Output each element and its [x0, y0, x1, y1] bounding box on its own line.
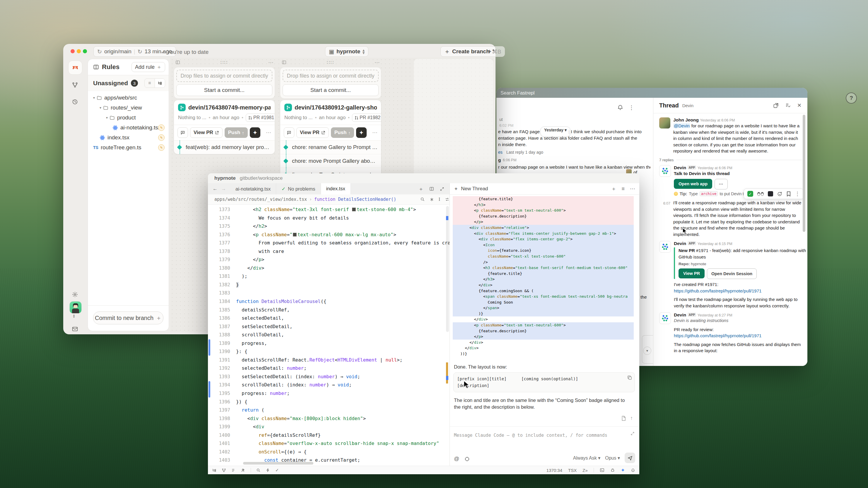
pr-link[interactable]: https://github.com/fastrepl/hyprnote/pul… — [674, 288, 802, 294]
bookmark-icon[interactable] — [786, 191, 791, 196]
permission-mode-select[interactable]: Always Ask ▾ — [573, 455, 600, 461]
more-actions-button[interactable]: ··· — [715, 179, 728, 189]
diff-line-added[interactable]: <div className="relative"> — [453, 225, 634, 231]
devin-avatar[interactable] — [659, 241, 671, 253]
code-line[interactable]: ref={detailsScrollRef} — [236, 431, 445, 440]
code-line[interactable]: From powerful editing to seamless organi… — [236, 239, 445, 247]
cursor-position[interactable]: 1370:34 — [547, 468, 562, 473]
check-reaction-icon[interactable]: ✓ — [747, 191, 753, 197]
code-line[interactable]: ); — [236, 272, 445, 281]
code-line[interactable]: selectedDetail: number; — [236, 364, 445, 373]
new-tab-icon[interactable]: ＋ — [418, 186, 424, 192]
diff-line-added[interactable]: )} — [453, 311, 634, 317]
debug-icon[interactable] — [610, 468, 615, 473]
mention[interactable]: @Devin — [673, 123, 690, 128]
target-icon[interactable] — [464, 456, 470, 462]
diff-line-removed[interactable]: {feature.title} — [453, 196, 634, 202]
zoom-button[interactable] — [83, 49, 87, 53]
rail-history-button[interactable] — [68, 95, 82, 108]
cursor-icon[interactable]: I — [439, 197, 440, 202]
bell-icon[interactable] — [631, 468, 635, 473]
diff-view[interactable]: {feature.title} </h3> <p className="text… — [453, 196, 634, 361]
diff-line-added[interactable]: {feature.comingSoon && ( — [453, 288, 634, 294]
zap-icon[interactable] — [266, 468, 270, 472]
diff-line-added[interactable]: icon={feature.icon} — [453, 248, 634, 254]
scrollbar-thumb[interactable] — [446, 206, 449, 332]
devin-avatar[interactable] — [659, 165, 671, 177]
code-line[interactable]: </div> — [236, 264, 445, 272]
diff-line-context[interactable]: ))} — [453, 351, 634, 357]
diff-line-context[interactable]: </div> — [453, 339, 634, 346]
code-line[interactable]: detailsScrollRef, — [236, 306, 445, 315]
branch-name[interactable]: devin/1764380912-gallery-shortcuts — [294, 104, 377, 111]
code-line[interactable]: We focus on every bit of details — [236, 214, 445, 223]
message-author[interactable]: Devin — [674, 165, 686, 170]
indent-mode[interactable]: Z» — [583, 468, 588, 473]
diff-line-added[interactable]: </p> — [453, 334, 634, 339]
popout-icon[interactable] — [773, 103, 779, 108]
code-line[interactable]: setSelectedDetail: (index: number) ⇒ voi… — [236, 373, 445, 381]
code-line[interactable]: className="overflow-x-auto scrollbar-hid… — [236, 440, 445, 448]
diff-line-added[interactable]: </span> — [453, 305, 634, 311]
scroll-to-latest-button[interactable]: ▾ — [643, 347, 651, 355]
code-line[interactable]: }) { — [236, 398, 445, 406]
code-line[interactable]: }: { — [236, 348, 445, 356]
search-icon[interactable] — [256, 468, 260, 473]
thread-list-icon[interactable]: ≡ — [621, 186, 625, 192]
thread-scrollbar-thumb[interactable] — [803, 115, 805, 232]
chat-input[interactable]: Message Claude Code — @ to include conte… — [454, 433, 608, 438]
outline-icon[interactable] — [212, 468, 216, 473]
view-pr-button[interactable]: View PR — [190, 127, 223, 138]
code-line[interactable]: scrollToDetail: (index: number) ⇒ void; — [236, 381, 445, 389]
code-line[interactable]: <div — [236, 423, 445, 431]
ai-sparkle-icon[interactable]: ✦ — [621, 467, 625, 474]
chat-more-icon[interactable]: ⋯ — [630, 186, 635, 192]
send-button[interactable] — [625, 453, 635, 463]
swap-icon[interactable] — [445, 197, 450, 202]
collapse-lane-icon[interactable] — [282, 60, 286, 65]
help-button[interactable]: ? — [846, 93, 857, 104]
review-comment-button[interactable] — [178, 127, 188, 138]
diff-line-removed[interactable]: {feature.description} — [453, 214, 634, 219]
user-avatar[interactable] — [69, 301, 82, 314]
tree-item-apps-web-src[interactable]: ▾apps/web/src — [88, 93, 169, 103]
ai-actions-button[interactable]: ✦ — [250, 127, 260, 138]
add-reaction-icon[interactable] — [777, 191, 782, 196]
message-timestamp[interactable]: 6:07 — [663, 201, 670, 205]
diff-line-added[interactable]: <p className="text-sm text-neutral-600"> — [453, 322, 634, 328]
nav-forward-icon[interactable]: → — [220, 186, 230, 192]
breadcrumb-symbol[interactable]: DetailsSectionHeader() — [338, 197, 396, 202]
account-switcher-chevrons[interactable]: ▲▼ — [73, 314, 75, 318]
minimize-button[interactable] — [77, 49, 81, 53]
commit-row[interactable]: chore: move Prompt Gallery above Workflo… — [280, 154, 381, 168]
code-line[interactable]: </h2> — [236, 222, 445, 231]
date-jump-pill[interactable]: Yesterday ▾ — [540, 127, 570, 137]
code-line[interactable]: function DetailsMobileCarousel({ — [236, 297, 445, 306]
diff-line-removed[interactable]: <p className="text-sm text-neutral-600"> — [453, 207, 634, 214]
code-line[interactable]: return ( — [236, 406, 445, 415]
collapse-lane-icon[interactable] — [176, 60, 180, 65]
canvas-icon[interactable] — [785, 103, 791, 108]
drag-handle[interactable]: ∷∷ — [220, 59, 228, 66]
check-icon[interactable]: ✓ — [275, 467, 279, 473]
feedback-mail-icon[interactable] — [68, 322, 82, 336]
diff-line-added[interactable]: </h3> — [453, 276, 634, 282]
expand-icon[interactable] — [440, 187, 444, 191]
diff-line-context[interactable]: </div> — [453, 317, 634, 322]
branch-name[interactable]: devin/1764380749-memory-page — [188, 104, 271, 111]
diff-line-removed[interactable]: </h3> — [453, 202, 634, 208]
diff-line-added[interactable]: </div> — [453, 282, 634, 288]
add-rule-button[interactable]: Add rule＋ — [131, 62, 165, 72]
push-button[interactable]: Push ↑ — [331, 127, 354, 138]
chevron-down-icon[interactable]: ▾ — [99, 106, 101, 110]
commit-to-new-branch-button[interactable]: Commit to new branch＋ — [93, 312, 163, 324]
tree-item-ai-notetaking-tsx[interactable]: ai-notetaking.tsx✎ — [88, 123, 169, 133]
code-line[interactable]: scrollToDetail, — [236, 331, 445, 339]
tree-item-index-tsx[interactable]: index.tsx✎ — [88, 133, 169, 142]
code-line[interactable]: with care — [236, 247, 445, 256]
diff-line-added[interactable]: <span className="text-xs font-medium tex… — [453, 294, 634, 299]
diff-line-added[interactable]: /> — [453, 259, 634, 265]
drop-zone[interactable]: Drop files to assign or commit directly — [176, 70, 272, 82]
horizontal-scrollbar-thumb[interactable] — [243, 462, 313, 464]
ai-sparkle-icon[interactable]: ✦✦ — [487, 48, 495, 55]
